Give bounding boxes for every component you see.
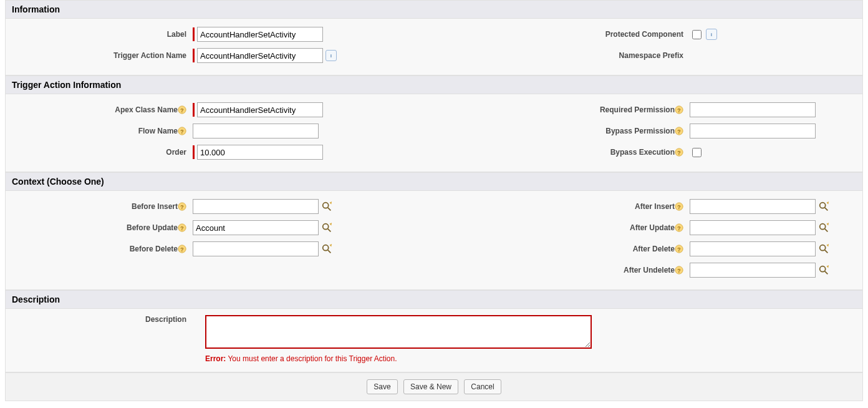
trigger-action-information-section: Trigger Action Information Apex Class Na… [5, 75, 863, 172]
after-delete-input[interactable] [690, 241, 816, 256]
apex-class-name-label: Apex Class Name [115, 105, 178, 114]
description-textarea[interactable] [205, 315, 592, 349]
svg-text:?: ? [677, 225, 680, 231]
namespace-prefix-label: Namespace Prefix [440, 51, 690, 60]
after-insert-label: After Insert [635, 202, 675, 211]
svg-text:?: ? [677, 204, 680, 210]
svg-point-30 [820, 224, 826, 230]
svg-point-18 [323, 224, 329, 230]
required-indicator [193, 49, 195, 62]
help-icon[interactable]: ? [178, 105, 186, 114]
after-delete-label: After Delete [633, 245, 675, 253]
protected-component-label: Protected Component [440, 30, 690, 39]
description-label: Description [13, 315, 193, 324]
before-delete-label: Before Delete [130, 245, 178, 253]
apex-class-name-input[interactable] [197, 102, 323, 117]
lookup-icon[interactable] [321, 222, 332, 233]
bypass-permission-label: Bypass Permission [605, 127, 675, 135]
help-icon[interactable]: ? [675, 127, 683, 135]
before-update-input[interactable] [193, 220, 319, 235]
required-permission-input[interactable] [690, 102, 816, 117]
required-indicator [193, 27, 195, 41]
svg-line-31 [825, 229, 828, 232]
section-header-trigger: Trigger Action Information [6, 76, 862, 94]
error-label: Error: [205, 354, 226, 363]
help-icon[interactable]: ? [178, 202, 186, 211]
lookup-icon[interactable] [818, 201, 829, 212]
section-header-information: Information [6, 1, 862, 19]
svg-text:?: ? [677, 150, 680, 156]
description-section: Description Description Error: You must … [5, 290, 863, 372]
required-indicator [193, 145, 195, 159]
svg-line-19 [328, 229, 331, 232]
cancel-button[interactable]: Cancel [464, 379, 501, 394]
svg-text:?: ? [677, 129, 680, 135]
help-icon[interactable]: ? [675, 105, 683, 114]
error-message: Error: You must enter a description for … [205, 354, 592, 363]
svg-text:?: ? [677, 107, 680, 114]
help-icon[interactable]: ? [675, 223, 683, 232]
section-header-context: Context (Choose One) [6, 173, 862, 191]
info-icon[interactable]: i [706, 29, 717, 40]
svg-point-34 [820, 245, 826, 251]
section-header-description: Description [6, 291, 862, 309]
lookup-icon[interactable] [818, 243, 829, 255]
help-icon[interactable]: ? [178, 223, 186, 232]
svg-point-22 [323, 245, 329, 251]
after-update-input[interactable] [690, 220, 816, 235]
before-update-label: Before Update [127, 223, 178, 232]
svg-text:?: ? [180, 225, 183, 231]
svg-text:?: ? [180, 129, 183, 135]
error-text: You must enter a description for this Tr… [226, 354, 397, 363]
before-delete-input[interactable] [193, 241, 319, 256]
save-button[interactable]: Save [367, 379, 397, 394]
bypass-execution-checkbox[interactable] [692, 148, 702, 157]
context-section: Context (Choose One) Before Insert ? Bef… [5, 172, 863, 290]
help-icon[interactable]: ? [675, 266, 683, 274]
svg-line-23 [328, 250, 331, 253]
order-input[interactable] [197, 145, 323, 160]
svg-line-39 [825, 271, 828, 274]
label-input[interactable] [197, 27, 323, 42]
lookup-icon[interactable] [818, 222, 829, 233]
lookup-icon[interactable] [818, 265, 829, 276]
svg-point-26 [820, 203, 826, 208]
after-undelete-label: After Undelete [624, 266, 675, 274]
protected-component-checkbox[interactable] [692, 30, 702, 39]
svg-line-27 [825, 208, 828, 211]
before-insert-input[interactable] [193, 199, 319, 214]
information-section: Information Label Trigger Action Name [5, 0, 863, 75]
button-bar: Save Save & New Cancel [5, 372, 863, 401]
help-icon[interactable]: ? [675, 245, 683, 253]
help-icon[interactable]: ? [675, 202, 683, 211]
trigger-action-name-label: Trigger Action Name [13, 51, 193, 60]
svg-point-38 [820, 266, 826, 272]
lookup-icon[interactable] [321, 201, 332, 212]
bypass-execution-label: Bypass Execution [610, 148, 675, 157]
save-and-new-button[interactable]: Save & New [403, 379, 458, 394]
order-label: Order [13, 148, 193, 157]
info-icon[interactable]: i [326, 50, 337, 61]
svg-text:?: ? [677, 246, 680, 253]
required-permission-label: Required Permission [600, 105, 675, 114]
flow-name-input[interactable] [193, 124, 319, 138]
svg-text:?: ? [180, 107, 183, 114]
after-undelete-input[interactable] [690, 263, 816, 278]
required-indicator [193, 103, 195, 117]
help-icon[interactable]: ? [675, 148, 683, 157]
svg-line-15 [328, 208, 331, 211]
after-insert-input[interactable] [690, 199, 816, 214]
before-insert-label: Before Insert [132, 202, 178, 211]
flow-name-label: Flow Name [138, 127, 178, 135]
svg-text:?: ? [180, 246, 183, 253]
trigger-action-name-input[interactable] [197, 48, 323, 63]
help-icon[interactable]: ? [178, 245, 186, 253]
svg-text:i: i [711, 32, 712, 37]
svg-point-14 [323, 203, 329, 208]
svg-text:?: ? [180, 204, 183, 210]
bypass-permission-input[interactable] [690, 124, 816, 138]
lookup-icon[interactable] [321, 243, 332, 255]
help-icon[interactable]: ? [178, 127, 186, 135]
after-update-label: After Update [630, 223, 675, 232]
label-label: Label [13, 30, 193, 39]
